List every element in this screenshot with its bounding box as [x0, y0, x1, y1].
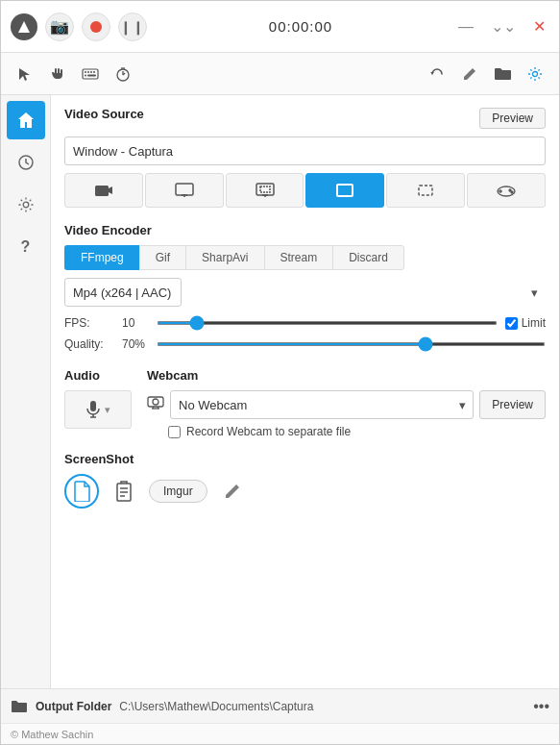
hand-tool-button[interactable]	[43, 60, 72, 88]
tab-stream[interactable]: Stream	[264, 245, 333, 270]
svg-rect-31	[90, 401, 96, 411]
webcam-preview-button[interactable]: Preview	[479, 390, 546, 419]
sidebar-item-help[interactable]: ?	[7, 228, 45, 266]
tab-discard[interactable]: Discard	[332, 245, 404, 270]
fps-row: FPS: 10 Limit	[64, 316, 546, 330]
svg-point-14	[23, 202, 29, 208]
app-window: 📷 ❙❙ 00:00:00 — ⌄⌄ ✕	[0, 0, 560, 745]
svg-marker-16	[109, 186, 112, 194]
output-folder-label: Output Folder	[36, 700, 111, 713]
audio-webcam-row: Audio ▾ Webcam	[64, 368, 546, 438]
main-layout: ? Video Source Preview	[1, 95, 559, 688]
main-content: Video Source Preview	[51, 95, 559, 688]
svg-rect-17	[176, 184, 193, 195]
close-button[interactable]: ✕	[529, 15, 549, 37]
output-folder-icon[interactable]	[11, 700, 28, 713]
video-preview-button[interactable]: Preview	[479, 108, 546, 129]
tab-sharpavi[interactable]: SharpAvi	[185, 245, 263, 270]
svg-rect-1	[83, 69, 98, 79]
record-webcam-row: Record Webcam to separate file	[168, 425, 546, 438]
source-region-button[interactable]	[305, 173, 384, 208]
screenshot-label: ScreenShot	[64, 452, 546, 466]
source-icon-row	[64, 173, 546, 208]
video-encoder-label: Video Encoder	[64, 223, 546, 237]
svg-rect-20	[256, 184, 274, 195]
svg-rect-15	[95, 186, 109, 196]
settings-button[interactable]	[521, 60, 549, 88]
copyright-bar: © Mathew Sachin	[1, 723, 559, 744]
fps-label: FPS:	[64, 316, 114, 330]
source-camera-button[interactable]	[64, 173, 143, 208]
title-bar: 📷 ❙❙ 00:00:00 — ⌄⌄ ✕	[1, 1, 559, 53]
collapse-button[interactable]: ⌄⌄	[487, 15, 520, 37]
screenshot-icons-row: Imgur	[64, 474, 546, 509]
format-select-row: Mp4 (x264 | AAC)	[64, 278, 546, 307]
svg-point-30	[511, 191, 513, 193]
encoder-tabs: FFmpeg Gif SharpAvi Stream Discard	[64, 245, 546, 270]
tab-ffmpeg[interactable]: FFmpeg	[64, 245, 139, 270]
record-button[interactable]	[82, 12, 110, 41]
imgur-button[interactable]: Imgur	[149, 480, 207, 503]
screenshot-section: ScreenShot	[64, 452, 546, 509]
keyboard-button[interactable]	[76, 60, 105, 88]
fps-limit-check: Limit	[505, 316, 546, 330]
timer-button[interactable]	[109, 60, 137, 88]
svg-marker-0	[18, 21, 30, 33]
app-menu-icon[interactable]	[11, 13, 37, 40]
quality-slider[interactable]	[157, 342, 546, 346]
record-webcam-checkbox[interactable]	[168, 426, 181, 438]
folder-button[interactable]	[488, 60, 517, 88]
svg-rect-24	[337, 185, 353, 196]
video-source-header-row: Video Source Preview	[64, 107, 546, 129]
record-webcam-label: Record Webcam to separate file	[186, 425, 351, 438]
screenshot-titlebar-button[interactable]: 📷	[45, 12, 74, 41]
webcam-select[interactable]: No Webcam	[170, 390, 474, 419]
quality-row: Quality: 70%	[64, 337, 546, 351]
fps-limit-label: Limit	[522, 316, 546, 330]
audio-mic-button[interactable]: ▾	[64, 390, 132, 429]
copyright-text: © Mathew Sachin	[11, 729, 93, 740]
audio-section: Audio ▾	[64, 368, 132, 429]
window-controls: — ⌄⌄ ✕	[454, 15, 549, 37]
webcam-select-row: No Webcam Preview	[147, 390, 546, 419]
svg-point-12	[533, 71, 538, 76]
quality-label: Quality:	[64, 337, 114, 351]
cursor-tool-button[interactable]	[11, 60, 39, 88]
output-path-text: C:\Users\Mathew\Documents\Captura	[119, 700, 525, 713]
tab-gif[interactable]: Gif	[139, 245, 185, 270]
webcam-section: Webcam	[147, 368, 546, 438]
refresh-button[interactable]	[423, 60, 451, 88]
sidebar-item-settings[interactable]	[7, 186, 45, 224]
format-select[interactable]: Mp4 (x264 | AAC)	[64, 278, 182, 307]
fps-value: 10	[122, 316, 149, 330]
source-display-full-button[interactable]	[145, 173, 224, 208]
source-crop-button[interactable]	[386, 173, 465, 208]
status-bar: Output Folder C:\Users\Mathew\Documents\…	[1, 688, 559, 723]
fps-limit-checkbox[interactable]	[505, 317, 518, 330]
timer-display: 00:00:00	[155, 18, 447, 35]
toolbar	[1, 53, 559, 95]
fps-slider[interactable]	[157, 321, 498, 325]
webcam-label: Webcam	[147, 368, 546, 383]
screenshot-file-button[interactable]	[64, 474, 99, 509]
webcam-icon	[147, 396, 164, 413]
pen-button[interactable]	[455, 60, 484, 88]
minimize-button[interactable]: —	[454, 16, 477, 37]
svg-rect-25	[419, 186, 432, 195]
source-gamepad-button[interactable]	[467, 173, 546, 208]
webcam-select-wrapper: No Webcam	[170, 390, 474, 419]
quality-value: 70%	[122, 337, 149, 351]
audio-label: Audio	[64, 368, 132, 383]
screenshot-pen-button[interactable]	[215, 474, 250, 509]
screenshot-clipboard-button[interactable]	[107, 474, 141, 509]
sidebar-item-home[interactable]	[7, 101, 45, 139]
format-select-wrapper: Mp4 (x264 | AAC)	[64, 278, 546, 307]
video-source-input[interactable]	[64, 137, 546, 165]
svg-point-34	[153, 399, 158, 405]
source-display-button[interactable]	[226, 173, 304, 208]
svg-point-29	[509, 189, 511, 191]
pause-button[interactable]: ❙❙	[118, 12, 147, 41]
sidebar-item-history[interactable]	[7, 143, 45, 182]
more-options-button[interactable]: •••	[533, 698, 549, 715]
audio-dropdown-arrow: ▾	[105, 404, 110, 416]
